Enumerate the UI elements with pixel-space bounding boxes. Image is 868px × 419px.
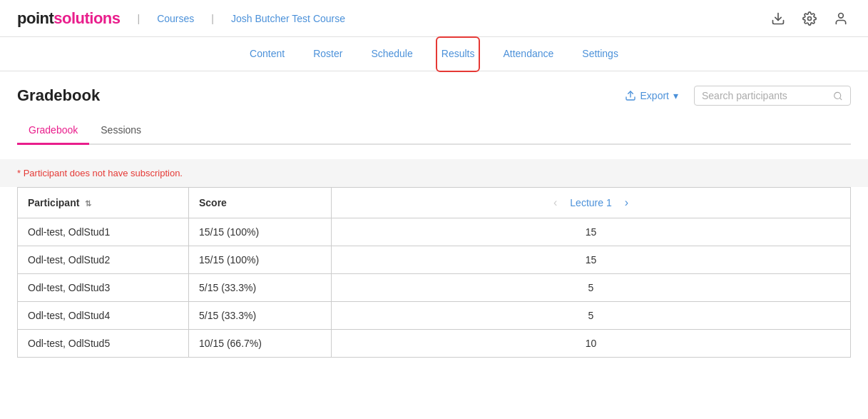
search-icon: [833, 91, 843, 101]
page-header: Gradebook Export ▾: [17, 86, 851, 106]
top-icons: [768, 9, 851, 29]
cell-lecture-score: 15: [332, 246, 851, 274]
nav-content[interactable]: Content: [247, 39, 287, 69]
breadcrumb-separator: |: [138, 13, 141, 24]
logo: pointsolutions: [17, 9, 121, 28]
table-row: Odl-test, OdlStud4 5/15 (33.3%) 5: [18, 302, 851, 330]
tab-gradebook[interactable]: Gradebook: [17, 117, 89, 145]
nav-schedule[interactable]: Schedule: [368, 39, 415, 69]
logo-solutions: solutions: [53, 9, 120, 28]
table-row: Odl-test, OdlStud2 15/15 (100%) 15: [18, 246, 851, 274]
cell-lecture-score: 5: [332, 302, 851, 330]
export-chevron-icon: ▾: [673, 90, 678, 101]
table-row: Odl-test, OdlStud5 10/15 (66.7%) 10: [18, 330, 851, 358]
cell-participant: Odl-test, OdlStud1: [18, 218, 189, 246]
svg-line-5: [840, 98, 842, 99]
warning-bar: * Participant does not have subscription…: [0, 159, 868, 187]
download-button[interactable]: [768, 9, 788, 29]
col-lecture: ‹ Lecture 1 ›: [332, 188, 851, 218]
export-icon: [625, 90, 636, 101]
cell-lecture-score: 15: [332, 218, 851, 246]
user-icon: [834, 11, 848, 26]
cell-participant: Odl-test, OdlStud2: [18, 246, 189, 274]
nav-attendance[interactable]: Attendance: [500, 39, 556, 69]
logo-point: point: [17, 9, 53, 28]
download-icon: [771, 11, 785, 26]
lecture-nav: ‹ Lecture 1 ›: [342, 195, 840, 211]
cell-lecture-score: 10: [332, 330, 851, 358]
cell-participant: Odl-test, OdlStud5: [18, 330, 189, 358]
svg-point-2: [839, 13, 844, 18]
score-col-label: Score: [199, 197, 227, 208]
nav-bar: Content Roster Schedule Results Attendan…: [0, 37, 868, 71]
nav-settings[interactable]: Settings: [579, 39, 621, 69]
table-container: Participant ⇅ Score ‹ Lecture 1 › Odl-te…: [0, 187, 868, 375]
tabs: Gradebook Sessions: [17, 117, 851, 145]
export-button[interactable]: Export ▾: [618, 86, 685, 106]
breadcrumb-separator2: |: [211, 13, 214, 24]
page-content: Gradebook Export ▾ Gradebook: [0, 71, 868, 159]
cell-participant: Odl-test, OdlStud4: [18, 302, 189, 330]
cell-score: 5/15 (33.3%): [189, 274, 332, 302]
export-label: Export: [640, 90, 669, 101]
gear-button[interactable]: [800, 9, 820, 29]
search-input[interactable]: [702, 90, 829, 101]
cell-score: 15/15 (100%): [189, 246, 332, 274]
page-title: Gradebook: [17, 86, 100, 105]
svg-point-1: [808, 16, 812, 20]
gradebook-table: Participant ⇅ Score ‹ Lecture 1 › Odl-te…: [17, 187, 851, 358]
warning-text: * Participant does not have subscription…: [17, 168, 183, 178]
table-header-row: Participant ⇅ Score ‹ Lecture 1 ›: [18, 188, 851, 218]
breadcrumb-courses[interactable]: Courses: [157, 13, 194, 24]
cell-score: 5/15 (33.3%): [189, 302, 332, 330]
lecture-prev-button[interactable]: ‹: [549, 195, 561, 211]
search-box: [694, 86, 851, 106]
cell-score: 15/15 (100%): [189, 218, 332, 246]
nav-results[interactable]: Results: [439, 39, 478, 69]
participant-col-label: Participant: [28, 197, 79, 208]
table-row: Odl-test, OdlStud3 5/15 (33.3%) 5: [18, 274, 851, 302]
lecture-label: Lecture 1: [570, 197, 611, 208]
cell-lecture-score: 5: [332, 274, 851, 302]
gear-icon: [802, 11, 817, 26]
breadcrumb-course-name[interactable]: Josh Butcher Test Course: [231, 13, 345, 24]
lecture-next-button[interactable]: ›: [621, 195, 633, 211]
table-body: Odl-test, OdlStud1 15/15 (100%) 15 Odl-t…: [18, 218, 851, 358]
col-score: Score: [189, 188, 332, 218]
top-bar: pointsolutions | Courses | Josh Butcher …: [0, 0, 868, 37]
sort-icon: ⇅: [85, 199, 91, 208]
cell-participant: Odl-test, OdlStud3: [18, 274, 189, 302]
tab-sessions[interactable]: Sessions: [89, 117, 153, 145]
header-actions: Export ▾: [618, 86, 851, 106]
cell-score: 10/15 (66.7%): [189, 330, 332, 358]
logo-area: pointsolutions | Courses | Josh Butcher …: [17, 9, 345, 28]
col-participant[interactable]: Participant ⇅: [18, 188, 189, 218]
table-row: Odl-test, OdlStud1 15/15 (100%) 15: [18, 218, 851, 246]
nav-roster[interactable]: Roster: [310, 39, 345, 69]
user-button[interactable]: [831, 9, 851, 29]
